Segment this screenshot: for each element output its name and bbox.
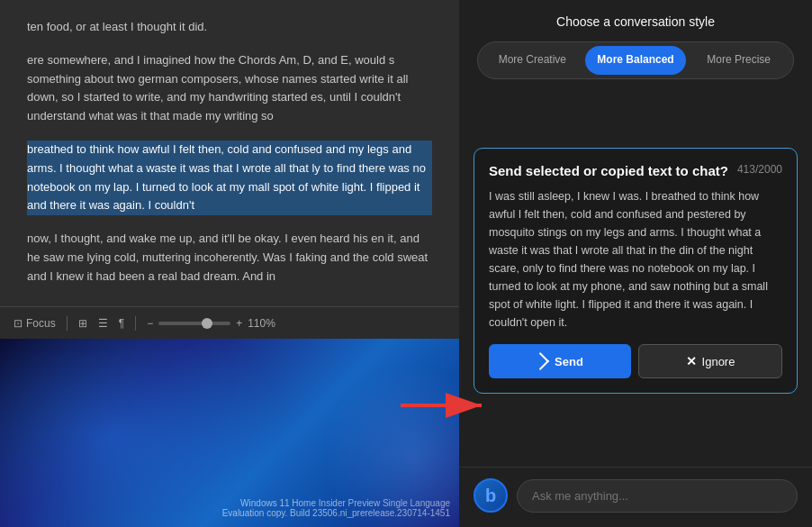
word-toolbar: ⊡ Focus ⊞ ☰ ¶ − + 110%: [0, 306, 459, 339]
style-more-precise-button[interactable]: More Precise: [688, 46, 789, 75]
focus-mode[interactable]: ⊡ Focus: [14, 317, 56, 330]
paragraph-3-selected: breathed to think how awful I felt then,…: [27, 141, 432, 215]
paragraph-icon[interactable]: ¶: [119, 317, 124, 330]
chat-header: Choose a conversation style More Creativ…: [459, 0, 812, 90]
windows-info-line1: Windows 11 Home Insider Preview Single L…: [222, 498, 450, 508]
style-more-creative-button[interactable]: More Creative: [482, 46, 583, 75]
zoom-level: 110%: [248, 317, 275, 330]
send-card-title: Send selected or copied text to chat?: [489, 163, 728, 178]
toolbar-sep-2: [135, 316, 136, 331]
chat-header-title: Choose a conversation style: [477, 14, 794, 29]
send-button[interactable]: Send: [489, 344, 631, 378]
zoom-slider-track[interactable]: [158, 322, 230, 325]
style-selector[interactable]: More Creative More Balanced More Precise: [477, 41, 794, 79]
view-mode-icon[interactable]: ⊞: [78, 317, 87, 330]
toolbar-sep-1: [67, 316, 68, 331]
bing-avatar[interactable]: b: [474, 478, 508, 513]
right-panel: Choose a conversation style More Creativ…: [459, 0, 812, 527]
send-card-body-text: I was still asleep, I knew I was. I brea…: [489, 187, 782, 332]
zoom-slider-thumb[interactable]: [202, 318, 212, 329]
paragraph-1: ten food, or at least I thought it did.: [27, 18, 432, 37]
char-count: 413/2000: [737, 163, 782, 176]
x-icon: ✕: [686, 354, 697, 368]
paragraph-2: ere somewhere, and I imagined how the Ch…: [27, 51, 432, 126]
windows-info-line2: Evaluation copy. Build 23506.ni_prerelea…: [222, 508, 450, 518]
chat-input-area: b: [459, 467, 812, 527]
style-more-balanced-button[interactable]: More Balanced: [585, 46, 687, 75]
chat-body: Send selected or copied text to chat? 41…: [459, 90, 812, 467]
send-icon: [531, 352, 549, 370]
send-card-header: Send selected or copied text to chat? 41…: [489, 163, 782, 178]
zoom-control[interactable]: − + 110%: [147, 317, 275, 330]
zoom-minus[interactable]: −: [147, 317, 153, 330]
word-document: ten food, or at least I thought it did. …: [0, 0, 459, 306]
layout-icon[interactable]: ☰: [98, 317, 108, 330]
left-panel: ten food, or at least I thought it did. …: [0, 0, 459, 527]
windows-info: Windows 11 Home Insider Preview Single L…: [222, 498, 450, 518]
paragraph-4: now, I thought, and wake me up, and it'l…: [27, 230, 432, 286]
windows-background: Windows 11 Home Insider Preview Single L…: [0, 339, 459, 527]
send-card-actions: Send ✕ Ignore: [489, 344, 782, 378]
ask-input[interactable]: [517, 479, 798, 513]
ignore-button[interactable]: ✕ Ignore: [638, 344, 782, 378]
bing-icon: b: [485, 486, 496, 506]
focus-icon: ⊡: [14, 317, 23, 330]
zoom-plus[interactable]: +: [236, 317, 242, 330]
send-card: Send selected or copied text to chat? 41…: [474, 148, 798, 394]
